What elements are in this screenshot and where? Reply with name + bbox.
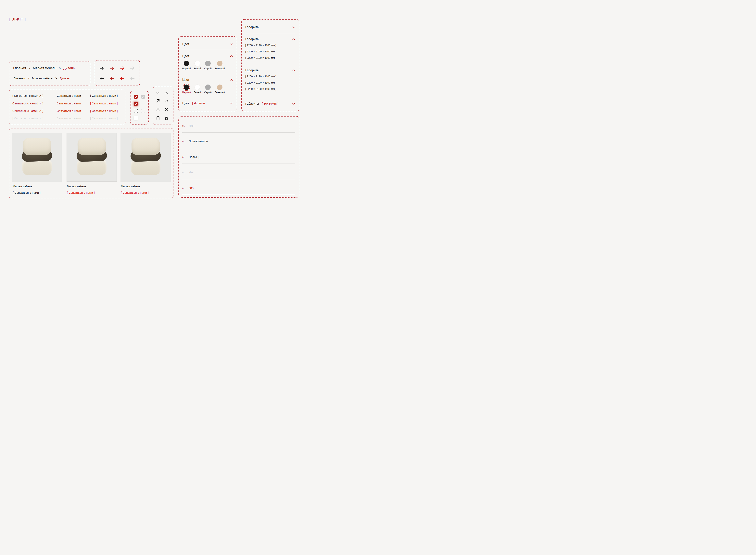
breadcrumb-current[interactable]: Диваны	[63, 66, 76, 70]
contact-button[interactable]: Связаться с нами [ ↗ ]	[12, 102, 43, 105]
contact-button[interactable]: Связаться с нами	[57, 94, 81, 97]
breadcrumb-link-category[interactable]: Мягкая мебель	[32, 77, 53, 80]
contact-button[interactable]: Связаться с нами [ ↗ ]	[12, 109, 43, 113]
breadcrumb-small: Главная > Мягкая мебель > Диваны	[14, 77, 70, 80]
input-underline	[182, 132, 295, 133]
breadcrumb-link-home[interactable]: Главная	[13, 66, 26, 70]
contact-button[interactable]: Связаться с нами	[57, 109, 81, 113]
arrow-left-icon[interactable]	[99, 76, 104, 81]
color-swatch-white[interactable]	[194, 61, 200, 66]
dimension-option[interactable]: [ 2200 × 2190 × 1100 мм ]	[245, 87, 276, 90]
name-input-typing[interactable]: Польз |	[189, 155, 198, 159]
breadcrumb-link-home[interactable]: Главная	[14, 77, 25, 80]
contact-buttons-panel: [ Связаться с нами ↗ ] Связаться с нами …	[9, 90, 126, 124]
color-swatch-gray[interactable]	[205, 61, 211, 66]
checkbox-unchecked-disabled	[141, 109, 145, 113]
color-swatch-beige[interactable]	[217, 85, 223, 90]
color-swatch-gray[interactable]	[205, 85, 211, 90]
color-swatch-black[interactable]	[184, 61, 189, 66]
dimensions-collapsed-with-value[interactable]: Габариты	[245, 102, 259, 105]
chevron-up-icon[interactable]	[292, 38, 295, 40]
pouf-illustration	[22, 138, 52, 175]
arrow-right-icon[interactable]	[120, 66, 125, 71]
input-index: 01	[182, 125, 185, 127]
dimensions-header-collapsed[interactable]: Габариты	[245, 26, 259, 29]
color-filter-header-collapsed[interactable]: Цвет	[182, 42, 189, 46]
contact-button[interactable]: [ Связаться с нами ]	[67, 191, 95, 194]
dimensions-header-expanded[interactable]: Габариты	[245, 69, 259, 72]
chevron-up-icon[interactable]	[292, 69, 295, 72]
dimension-option[interactable]: [ 2200 × 2190 × 1100 мм ]	[245, 81, 276, 84]
checkbox-checked[interactable]	[134, 95, 138, 99]
checkbox-checked-hover[interactable]	[134, 102, 138, 106]
name-input-error[interactable]: 888	[189, 186, 193, 190]
breadcrumb-current[interactable]: Диваны	[60, 77, 70, 80]
chevron-up-icon[interactable]	[164, 92, 168, 94]
contact-button-disabled: Связаться с нами	[57, 117, 81, 120]
checkbox-checked-disabled	[141, 95, 145, 99]
arrow-left-icon[interactable]	[109, 76, 114, 81]
contact-button[interactable]: [ Связаться с нами ]	[13, 191, 41, 194]
input-underline	[182, 179, 295, 179]
color-filter-collapsed-with-value[interactable]: Цвет	[182, 101, 189, 105]
pouf-top-cushion	[22, 137, 51, 155]
dimensions-header-expanded[interactable]: Габариты	[245, 37, 259, 41]
product-card-title: Мягкая мебель	[121, 185, 140, 188]
chevron-up-icon[interactable]	[230, 79, 233, 81]
product-image	[66, 133, 117, 182]
chevron-down-icon[interactable]	[230, 102, 233, 104]
dimension-option[interactable]: [ 2200 × 2190 × 1100 мм ]	[245, 44, 276, 47]
pouf-illustration	[77, 138, 107, 175]
input-index: 01	[182, 140, 185, 143]
trash-small-icon[interactable]	[165, 117, 168, 120]
close-small-icon[interactable]	[165, 108, 168, 111]
arrow-right-icon[interactable]	[109, 66, 114, 71]
product-card-title: Мягкая мебель	[13, 185, 32, 188]
contact-button[interactable]: [ Связаться с нами ]	[90, 109, 118, 113]
color-filter-selected-value: [ Черный ]	[192, 101, 206, 105]
arrow-right-icon[interactable]	[99, 66, 104, 71]
chevron-down-icon[interactable]	[230, 43, 233, 45]
arrow-up-right-icon[interactable]	[156, 99, 160, 103]
name-input-filled[interactable]: Пользователь	[189, 139, 208, 143]
color-swatch-white[interactable]	[194, 85, 200, 90]
color-swatch-black-selected[interactable]	[184, 85, 189, 90]
color-swatch-beige[interactable]	[217, 61, 223, 66]
checkbox-unchecked-filled[interactable]	[134, 116, 138, 120]
chevron-right-icon: >	[55, 77, 57, 80]
color-filter-header-expanded[interactable]: Цвет	[182, 54, 189, 58]
swatch-label: Бежевый	[211, 91, 228, 94]
contact-button[interactable]: [ Связаться с нами ]	[121, 191, 149, 194]
chevron-down-icon[interactable]	[292, 26, 295, 28]
arrow-up-right-small-icon[interactable]	[165, 99, 168, 102]
dimension-option[interactable]: [ 2200 × 2190 × 1100 мм ]	[245, 75, 276, 78]
page-title: [ UI-KIT ]	[9, 17, 26, 22]
name-input-disabled: Имя	[189, 171, 194, 174]
contact-button[interactable]: [ Связаться с нами ]	[90, 102, 118, 105]
dimension-option[interactable]: [ 2200 × 2190 × 1100 мм ]	[245, 50, 276, 53]
inputs-panel: 01 Имя 01 Пользователь 01 Польз | 01 Имя…	[178, 116, 299, 198]
pouf-top-cushion	[77, 137, 106, 155]
color-filter-header-selected[interactable]: Цвет	[182, 78, 189, 82]
contact-button[interactable]: [ Связаться с нами ]	[90, 94, 118, 97]
breadcrumb-link-category[interactable]: Мягкая мебель	[33, 66, 56, 70]
arrow-left-icon[interactable]	[120, 76, 125, 81]
contact-button[interactable]: [ Связаться с нами ↗ ]	[12, 94, 43, 97]
chevron-up-icon[interactable]	[230, 55, 233, 57]
checkbox-unchecked[interactable]	[134, 109, 138, 113]
close-icon[interactable]	[156, 107, 160, 112]
pouf-top-cushion	[131, 137, 160, 155]
chevron-down-icon[interactable]	[156, 92, 160, 94]
name-input-placeholder[interactable]: Имя	[189, 124, 194, 127]
contact-button-disabled: [ Связаться с нами ]	[90, 117, 118, 120]
chevron-down-icon[interactable]	[292, 103, 295, 105]
panel-dashed-border	[9, 61, 90, 86]
panel-dashed-border	[178, 36, 237, 111]
arrow-right-icon	[130, 66, 135, 71]
arrow-left-icon	[130, 76, 135, 81]
trash-icon[interactable]	[156, 116, 160, 120]
breadcrumb: Главная > Мягкая мебель > Диваны	[13, 66, 76, 70]
contact-button[interactable]: Связаться с нами	[57, 102, 81, 105]
dimension-option[interactable]: [ 2200 × 2190 × 1100 мм ]	[245, 56, 276, 59]
input-underline-error	[182, 195, 295, 195]
